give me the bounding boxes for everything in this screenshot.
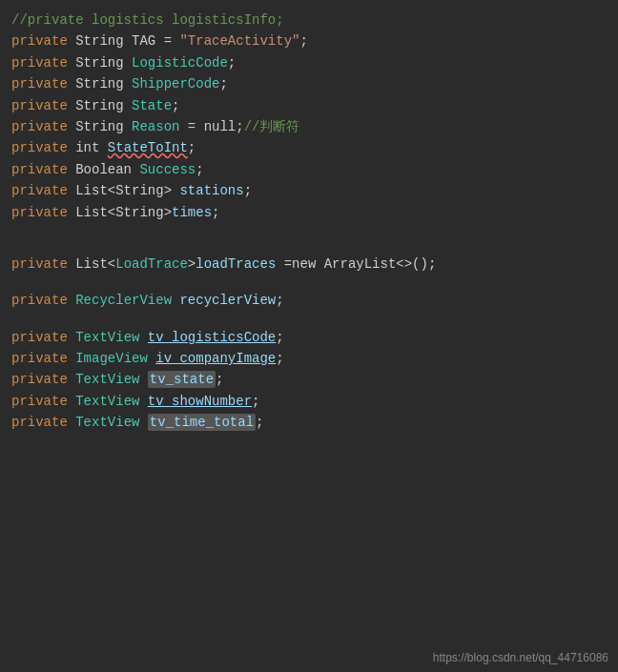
code-line-19: private TextView tv_state; [0, 369, 618, 390]
code-line-7: private int StateToInt; [0, 137, 618, 158]
spacer-1 [0, 223, 618, 238]
code-editor: //private logistics logisticsInfo; priva… [0, 0, 618, 672]
tv-shownumber-var: tv_showNumber [148, 394, 252, 409]
code-line-5: private String State; [0, 95, 618, 116]
code-line-8: private Boolean Success; [0, 159, 618, 180]
code-line-17: private TextView tv_logisticsCode; [0, 327, 618, 348]
code-line-10: private List<String>times; [0, 202, 618, 223]
spacer-3 [0, 275, 618, 290]
spacer-4 [0, 312, 618, 327]
code-line-1: //private logistics logisticsInfo; [0, 10, 618, 31]
code-line-15: private RecyclerView recyclerView; [0, 290, 618, 311]
code-line-20: private TextView tv_showNumber; [0, 391, 618, 412]
watermark: https://blog.csdn.net/qq_44716086 [433, 651, 608, 664]
code-line-18: private ImageView iv_companyImage; [0, 348, 618, 369]
code-line-3: private String LogisticCode; [0, 52, 618, 73]
comment-text: //private logistics logisticsInfo; [11, 12, 284, 28]
code-line-9: private List<String> stations; [0, 180, 618, 201]
code-line-4: private String ShipperCode; [0, 73, 618, 94]
code-line-6: private String Reason = null;//判断符 [0, 116, 618, 137]
code-line-21: private TextView tv_time_total; [0, 412, 618, 433]
tv-state-var: tv_state [148, 371, 216, 388]
tv-timetotal-var: tv_time_total [148, 414, 256, 431]
code-line-13: private List<LoadTrace>loadTraces =new A… [0, 254, 618, 275]
keyword-private: private [11, 33, 68, 49]
spacer-2 [0, 238, 618, 254]
tv-logistics-var: tv_logisticsCode [148, 330, 276, 345]
code-line-2: private String TAG = "TraceActivity"; [0, 31, 618, 51]
stations-var: stations [179, 183, 243, 198]
iv-company-var: iv_companyImage [155, 351, 276, 366]
